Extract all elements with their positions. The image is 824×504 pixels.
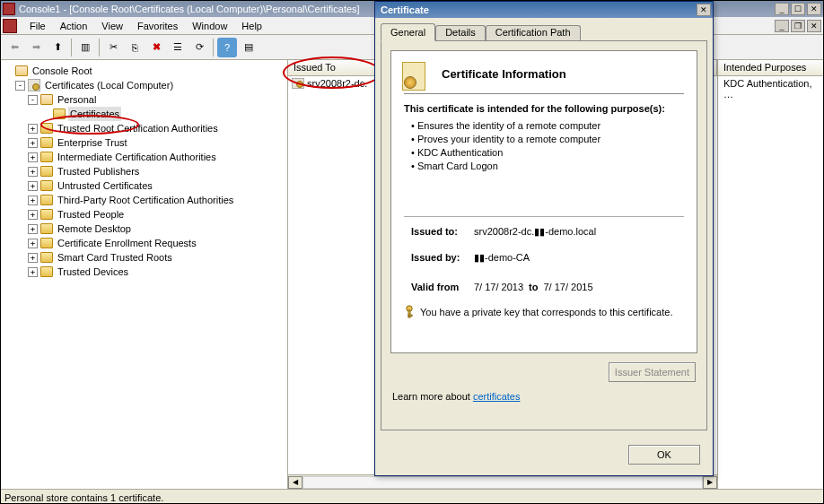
valid-from-value: 7/ 17/ 2013 [474,282,523,292]
tree-certificates-local[interactable]: Certificates (Local Computer) [43,78,175,92]
cell-issued-to: srv2008r2-dc. [307,78,367,89]
dialog-title-bar[interactable]: Certificate ✕ [375,2,713,18]
tree-panel[interactable]: Console Root - Certificates (Local Compu… [1,60,288,489]
learn-more-link[interactable]: certificates [473,391,521,402]
export-list-button[interactable]: ▤ [239,38,259,57]
certificate-dialog: Certificate ✕ General Details Certificat… [374,1,714,476]
tree-item[interactable]: Trusted People [56,207,126,222]
app-icon [3,3,15,15]
tree-console-root[interactable]: Console Root [31,64,94,78]
dialog-title: Certificate [377,4,697,15]
tree-expand-button[interactable]: + [28,210,38,220]
tree-expand-button[interactable]: + [28,253,38,263]
private-key-text: You have a private key that corresponds … [420,307,672,317]
divider [404,93,684,94]
cert-purpose-list: Ensures the identity of a remote compute… [411,119,684,173]
show-hide-tree-button[interactable]: ▥ [75,38,95,57]
horizontal-scrollbar[interactable]: ◀ ▶ [288,474,717,489]
tree-item[interactable]: Intermediate Certification Authorities [56,150,218,164]
refresh-button[interactable]: ⟳ [189,38,209,57]
menu-favorites[interactable]: Favorites [130,19,185,33]
forward-button[interactable]: ➡ [26,38,46,57]
issuer-statement-button: Issuer Statement [609,362,696,382]
scroll-track[interactable] [302,476,703,489]
delete-button[interactable]: ✖ [146,38,166,57]
properties-button[interactable]: ☰ [168,38,188,57]
maximize-button[interactable]: ☐ [791,3,805,15]
tab-general[interactable]: General [381,23,435,41]
tree-collapse-button[interactable]: - [15,81,25,91]
tree-expand-button[interactable]: + [28,196,38,205]
tree-expand-button[interactable]: + [28,267,38,277]
issued-by-label: Issued by: [411,252,474,263]
svg-rect-2 [408,315,412,317]
tree-item[interactable]: Untrusted Certificates [56,178,154,193]
up-button[interactable]: ⬆ [48,38,67,57]
ok-button[interactable]: OK [628,445,700,465]
mdi-restore-button[interactable]: ❐ [791,20,805,32]
minimize-button[interactable]: _ [775,3,789,15]
scroll-right-button[interactable]: ▶ [703,476,717,489]
folder-icon [40,209,53,220]
menu-window[interactable]: Window [185,19,234,33]
tree-expand-button[interactable]: + [28,138,38,148]
tree-collapse-button[interactable]: - [28,95,38,105]
scroll-left-button[interactable]: ◀ [288,476,302,489]
tree-expand-button[interactable]: + [28,181,38,191]
menu-file[interactable]: File [22,19,53,33]
tree-expand-button[interactable]: + [28,239,38,248]
tree-item[interactable]: Trusted Publishers [56,164,141,178]
folder-icon [40,152,53,162]
tree-expand-button[interactable]: + [28,167,38,177]
menu-view[interactable]: View [94,19,130,33]
learn-more-row: Learn more about certificates [392,391,706,402]
toolbar-separator [213,39,214,56]
tree-item[interactable]: Trusted Devices [56,265,130,279]
cell-intended-purposes: KDC Authentication, … [718,76,823,101]
right-panel: Intended Purposes KDC Authentication, … [717,60,823,489]
folder-icon [40,137,53,148]
dialog-close-button[interactable]: ✕ [697,4,711,16]
tree-item[interactable]: Smart Card Trusted Roots [56,250,174,265]
menu-help[interactable]: Help [234,19,269,33]
folder-icon [40,223,53,234]
tree-certificates[interactable]: Certificates [68,107,121,121]
tree-item[interactable]: Third-Party Root Certification Authoriti… [56,193,235,207]
folder-icon [40,252,53,263]
tree-item[interactable]: Trusted Root Certification Authorities [56,121,220,135]
certificate-icon [292,78,304,89]
tree-item[interactable]: Enterprise Trust [56,135,129,150]
tree-expand-button[interactable]: + [28,152,38,162]
issued-to-label: Issued to: [411,226,474,237]
cert-purpose-title: This certificate is intended for the fol… [404,103,684,114]
learn-more-prefix: Learn more about [392,391,473,402]
cert-purpose-item: KDC Authentication [411,146,684,160]
tree-expand-button[interactable]: + [28,224,38,234]
toolbar-separator [99,39,100,56]
folder-icon [40,238,53,248]
copy-button[interactable]: ⎘ [125,38,145,57]
folder-icon [40,195,53,205]
tree-personal[interactable]: Personal [56,92,98,107]
toolbar-separator [71,39,72,56]
cut-button[interactable]: ✂ [103,38,123,57]
issued-to-value: srv2008r2-dc.▮▮-demo.local [474,226,596,238]
help-button[interactable]: ? [217,38,237,57]
key-icon [404,305,415,319]
tree-item[interactable]: Certificate Enrollment Requests [56,236,198,250]
menu-action[interactable]: Action [53,19,95,33]
status-bar: Personal store contains 1 certificate. [1,489,823,504]
tree-expand-button[interactable]: + [28,124,38,134]
folder-icon [40,266,53,277]
close-button[interactable]: ✕ [807,3,821,15]
tab-content-general: Certificate Information This certificate… [381,40,707,430]
cert-purpose-item: Proves your identity to a remote compute… [411,133,684,146]
folder-icon [40,123,53,134]
mdi-close-button[interactable]: ✕ [807,20,821,32]
certificate-info-box: Certificate Information This certificate… [390,50,697,353]
tree-item[interactable]: Remote Desktop [56,222,133,236]
col-intended-purposes[interactable]: Intended Purposes [718,60,823,76]
back-button[interactable]: ⬅ [4,38,24,57]
folder-icon [40,166,53,177]
mdi-minimize-button[interactable]: _ [775,20,789,32]
